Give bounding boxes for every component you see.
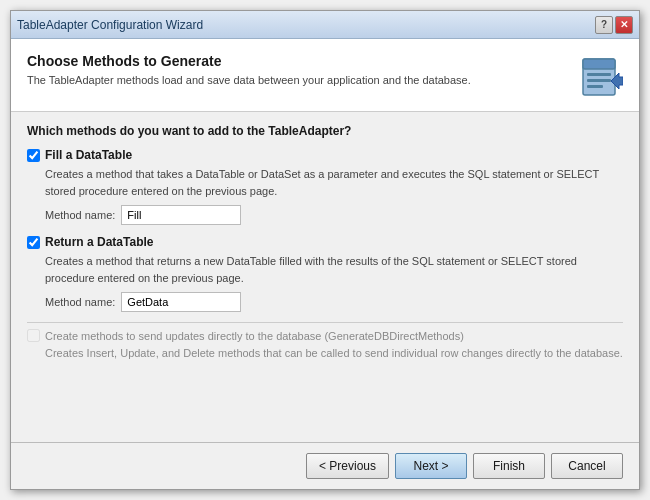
fill-method-row: Method name:: [45, 205, 623, 225]
footer: < Previous Next > Finish Cancel: [11, 442, 639, 489]
generate-db-direct-description: Creates Insert, Update, and Delete metho…: [45, 345, 623, 362]
return-method-label: Method name:: [45, 296, 115, 308]
return-datatable-description: Creates a method that returns a new Data…: [45, 253, 623, 286]
header-section: Choose Methods to Generate The TableAdap…: [11, 39, 639, 112]
return-method-input[interactable]: [121, 292, 241, 312]
return-datatable-label-text: Return a DataTable: [45, 235, 153, 249]
return-method-row: Method name:: [45, 292, 623, 312]
header-title: Choose Methods to Generate: [27, 53, 565, 69]
fill-datatable-checkbox[interactable]: [27, 149, 40, 162]
fill-datatable-label-text: Fill a DataTable: [45, 148, 132, 162]
fill-datatable-label[interactable]: Fill a DataTable: [27, 148, 132, 162]
content-area: Choose Methods to Generate The TableAdap…: [11, 39, 639, 489]
fill-datatable-description: Creates a method that takes a DataTable …: [45, 166, 623, 199]
header-text: Choose Methods to Generate The TableAdap…: [27, 53, 565, 88]
main-content: Which methods do you want to add to the …: [11, 112, 639, 442]
svg-rect-4: [587, 85, 603, 88]
return-datatable-label[interactable]: Return a DataTable: [27, 235, 153, 249]
divider: [27, 322, 623, 323]
svg-rect-2: [587, 73, 611, 76]
return-datatable-row: Return a DataTable: [27, 235, 623, 249]
help-button[interactable]: ?: [595, 16, 613, 34]
title-controls: ? ✕: [595, 16, 633, 34]
finish-button[interactable]: Finish: [473, 453, 545, 479]
header-subtitle: The TableAdapter methods load and save d…: [27, 73, 565, 88]
generate-db-direct-row: Create methods to send updates directly …: [27, 329, 623, 342]
previous-button[interactable]: < Previous: [306, 453, 389, 479]
return-datatable-checkbox[interactable]: [27, 236, 40, 249]
fill-method-input[interactable]: [121, 205, 241, 225]
section-question: Which methods do you want to add to the …: [27, 124, 623, 138]
title-bar: TableAdapter Configuration Wizard ? ✕: [11, 11, 639, 39]
fill-method-label: Method name:: [45, 209, 115, 221]
svg-rect-3: [587, 79, 611, 82]
fill-datatable-row: Fill a DataTable: [27, 148, 623, 162]
cancel-button[interactable]: Cancel: [551, 453, 623, 479]
wizard-icon-svg: [575, 53, 623, 101]
svg-rect-1: [583, 59, 615, 69]
next-button[interactable]: Next >: [395, 453, 467, 479]
window-title: TableAdapter Configuration Wizard: [17, 18, 203, 32]
generate-db-direct-label-text: Create methods to send updates directly …: [45, 330, 464, 342]
close-button[interactable]: ✕: [615, 16, 633, 34]
wizard-icon: [575, 53, 623, 101]
wizard-window: TableAdapter Configuration Wizard ? ✕ Ch…: [10, 10, 640, 490]
generate-db-direct-checkbox[interactable]: [27, 329, 40, 342]
